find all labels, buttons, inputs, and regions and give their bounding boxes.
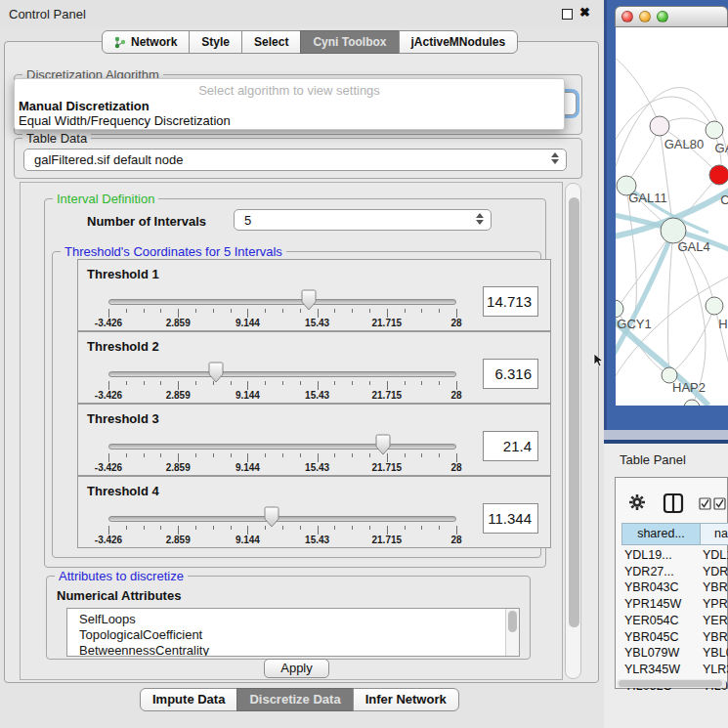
mac-minimize-button[interactable] <box>639 11 651 22</box>
tick-mark <box>195 309 196 313</box>
tab-select[interactable]: Select <box>241 30 301 54</box>
table-data-combobox[interactable]: galFiltered.sif default node <box>23 149 567 171</box>
tick-mark <box>300 526 301 530</box>
tab-label: Network <box>131 31 177 53</box>
tick-label: 2.859 <box>152 462 203 473</box>
number-of-intervals-combobox[interactable]: 5 <box>234 209 492 231</box>
table-row-cell[interactable]: YER0 <box>703 614 728 630</box>
bottom-node[interactable] <box>684 400 700 406</box>
network-canvas[interactable]: GAL80GACGAL11GAL4GCY1HHAP2 <box>616 27 728 406</box>
table-row-cell[interactable]: YPR145W <box>624 597 699 614</box>
close-icon[interactable]: ✖ <box>579 5 590 20</box>
tick-mark <box>387 526 388 535</box>
GAL80-node[interactable] <box>650 116 669 136</box>
tick-mark <box>282 453 283 457</box>
tick-label: 21.715 <box>362 462 412 473</box>
top-right-node[interactable] <box>706 121 723 139</box>
slider-track[interactable] <box>108 444 456 450</box>
tab-discretize-data[interactable]: Discretize Data <box>236 688 353 711</box>
tick-mark <box>352 453 353 457</box>
table-row-cell[interactable]: YDL1 <box>703 548 728 565</box>
threshold-value-field[interactable]: 6.316 <box>483 359 538 389</box>
slider-track[interactable] <box>108 371 456 377</box>
tick-mark <box>439 526 440 530</box>
tick-mark <box>265 453 266 457</box>
float-window-icon[interactable] <box>562 9 573 20</box>
table-row-cell[interactable]: YBL0 <box>703 646 728 663</box>
tick-label: -3.426 <box>83 390 134 401</box>
threshold-value-field[interactable]: 21.4 <box>483 431 538 461</box>
table-row-cell[interactable]: YPR1 <box>703 597 728 614</box>
gear-icon[interactable] <box>628 493 646 511</box>
mac-zoom-button[interactable] <box>657 11 668 22</box>
table-column-header-shared-name[interactable]: shared... <box>621 523 701 545</box>
attribute-list-item[interactable]: TopologicalCoefficient <box>79 627 202 643</box>
column-layout-icon[interactable] <box>663 492 684 514</box>
tick-label: 28 <box>431 390 482 401</box>
table-row-cell[interactable]: YDR27... <box>624 565 699 581</box>
network-icon <box>114 36 126 49</box>
slider-thumb[interactable] <box>264 506 279 528</box>
tick-label: 21.715 <box>362 318 412 328</box>
GCY1-node[interactable] <box>616 300 623 318</box>
tab-infer-network[interactable]: Infer Network <box>353 688 459 711</box>
attributes-listbox[interactable]: SelfLoopsTopologicalCoefficientBetweenne… <box>66 608 520 657</box>
attribute-list-item[interactable]: BetweennessCentrality <box>79 643 209 657</box>
table-row-cell[interactable]: YBR0 <box>703 630 728 647</box>
popup-option-1[interactable]: Manual Discretization <box>18 99 563 113</box>
popup-option-2[interactable]: Equal Width/Frequency Discretization <box>18 113 563 128</box>
table-row-cell[interactable]: YDR2 <box>703 565 728 581</box>
table-row-cell[interactable]: YBR0 <box>703 580 728 597</box>
table-column-header-name[interactable]: na <box>701 523 728 545</box>
threshold-value-field[interactable]: 14.713 <box>483 286 538 317</box>
tick-mark <box>456 309 457 318</box>
tick-mark <box>352 309 353 313</box>
table-row-cell[interactable]: YBR043C <box>624 580 699 597</box>
slider-thumb[interactable] <box>208 362 224 383</box>
thresholds-title: Threshold's Coordinates for 5 Intervals <box>61 244 286 259</box>
list-scrollbar[interactable] <box>505 609 519 656</box>
table-hscrollbar-thumb[interactable] <box>619 680 722 687</box>
tab-jactivemnodules[interactable]: jActiveMNodules <box>399 30 519 54</box>
tick-mark <box>300 453 301 457</box>
tick-mark <box>318 526 319 535</box>
threshold-label: Threshold 1 <box>87 267 159 281</box>
tab-style[interactable]: Style <box>189 30 242 54</box>
tick-label: 9.144 <box>222 318 273 328</box>
tick-label: 9.144 <box>222 462 273 473</box>
table-row-cell[interactable]: YLR345W <box>624 663 699 679</box>
tick-mark <box>334 309 335 313</box>
tick-mark <box>178 309 179 318</box>
tick-mark <box>178 453 179 462</box>
tab-impute-data[interactable]: Impute Data <box>140 688 237 711</box>
tab-network[interactable]: Network <box>102 30 190 54</box>
right-mid-node[interactable] <box>706 297 723 315</box>
threshold-value-field[interactable]: 11.344 <box>483 503 538 534</box>
tick-mark <box>421 453 422 457</box>
mac-close-button[interactable] <box>621 11 633 22</box>
apply-button[interactable]: Apply <box>264 659 329 678</box>
tick-mark <box>439 309 440 313</box>
attribute-list-item[interactable]: SelfLoops <box>79 612 136 627</box>
slider-thumb[interactable] <box>301 289 317 311</box>
tick-label: 2.859 <box>152 318 203 328</box>
tick-label: 28 <box>431 318 482 328</box>
slider-track[interactable] <box>108 299 456 305</box>
table-row-cell[interactable]: YER054C <box>624 614 699 630</box>
number-of-intervals-label: Number of Intervals <box>87 214 206 229</box>
table-row-cell[interactable]: YLR3 <box>703 663 728 679</box>
tab-cyni-toolbox[interactable]: Cyni Toolbox <box>300 30 399 54</box>
table-row-cell[interactable]: YBL079W <box>624 646 699 663</box>
tab-label: Discretize Data <box>249 689 340 710</box>
combo-stepper-icon[interactable] <box>549 152 560 164</box>
checkbox-filter-icon[interactable] <box>699 497 728 510</box>
table-row-cell[interactable]: YDL19... <box>624 548 699 565</box>
red-node[interactable] <box>709 165 728 185</box>
slider-track[interactable] <box>108 516 456 522</box>
table-row-cell[interactable]: YBR045C <box>624 630 699 647</box>
tick-mark <box>369 381 370 385</box>
combo-stepper-icon[interactable] <box>474 213 485 225</box>
tick-mark <box>318 309 319 318</box>
slider-thumb[interactable] <box>375 434 391 455</box>
main-scrollbar[interactable] <box>565 183 581 679</box>
